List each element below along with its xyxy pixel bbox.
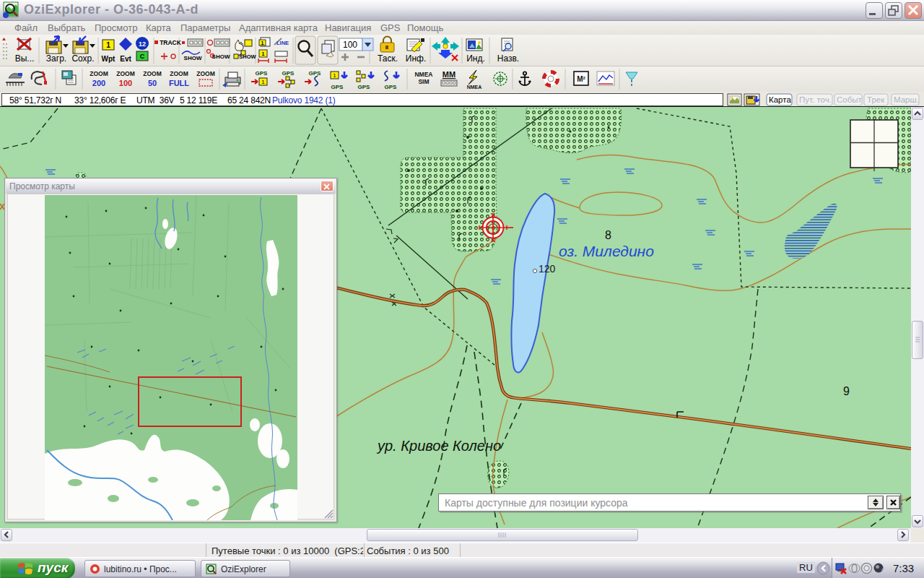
svg-text:200: 200 xyxy=(92,79,105,87)
svg-text:Таск.: Таск. xyxy=(378,53,398,64)
svg-text:ZOOM: ZOOM xyxy=(196,70,215,77)
svg-text:TRACK: TRACK xyxy=(160,39,182,46)
svg-text:GPS: GPS xyxy=(309,70,322,77)
svg-text:оз. Миледино: оз. Миледино xyxy=(559,243,654,259)
svg-text:Назв.: Назв. xyxy=(497,53,519,64)
svg-text:1: 1 xyxy=(261,40,264,46)
svg-text:100: 100 xyxy=(119,79,132,87)
svg-text:SIM: SIM xyxy=(418,78,429,85)
svg-text:Сохр.: Сохр. xyxy=(71,53,94,64)
svg-text:9: 9 xyxy=(843,385,850,397)
svg-text:ур. Кривое Колено: ур. Кривое Колено xyxy=(376,438,501,454)
svg-text:Карта: Карта xyxy=(769,95,791,104)
svg-text:SHOW: SHOW xyxy=(239,53,256,60)
svg-text:ZOOM: ZOOM xyxy=(90,70,108,77)
svg-text:Инф.: Инф. xyxy=(406,53,426,64)
svg-text:1: 1 xyxy=(261,79,265,85)
svg-text:Вы...: Вы... xyxy=(15,53,35,64)
svg-text:Evt: Evt xyxy=(120,55,131,63)
svg-text:GPS: GPS xyxy=(331,84,344,90)
svg-text:M²: M² xyxy=(577,75,585,83)
svg-text:Wpt: Wpt xyxy=(102,55,116,63)
svg-text:ZOOM: ZOOM xyxy=(143,70,162,77)
svg-text:1: 1 xyxy=(106,41,110,49)
svg-text:Марш.: Марш. xyxy=(894,95,919,104)
svg-text:120: 120 xyxy=(539,263,556,275)
svg-text:Пут. точ.: Пут. точ. xyxy=(799,95,832,104)
svg-text:Инд.: Инд. xyxy=(466,53,485,64)
svg-text:8: 8 xyxy=(605,229,611,241)
svg-text:LINE: LINE xyxy=(276,40,289,46)
svg-text:GPS: GPS xyxy=(385,84,398,90)
svg-text:1: 1 xyxy=(262,51,265,56)
svg-text:ZOOM: ZOOM xyxy=(116,70,135,77)
svg-text:NMEA: NMEA xyxy=(414,71,432,78)
svg-text:GPS: GPS xyxy=(282,70,295,77)
svg-text:GPS: GPS xyxy=(358,84,371,90)
svg-text:SHOW: SHOW xyxy=(184,55,202,61)
svg-text:100: 100 xyxy=(343,40,357,50)
svg-text:NMEA: NMEA xyxy=(467,85,482,90)
svg-text:Загр.: Загр. xyxy=(46,53,66,64)
svg-text:MM: MM xyxy=(443,70,456,79)
svg-text:Трек: Трек xyxy=(867,95,885,104)
svg-text:ZOOM: ZOOM xyxy=(170,70,188,77)
svg-text:50: 50 xyxy=(148,79,157,87)
svg-text:GPS: GPS xyxy=(256,70,269,77)
svg-text:12: 12 xyxy=(139,40,146,48)
svg-text:Событ: Событ xyxy=(837,95,863,104)
svg-text:1: 1 xyxy=(333,72,336,79)
svg-text:FULL: FULL xyxy=(169,79,189,87)
svg-text:C: C xyxy=(140,53,145,60)
svg-text:SHOW: SHOW xyxy=(212,53,230,60)
